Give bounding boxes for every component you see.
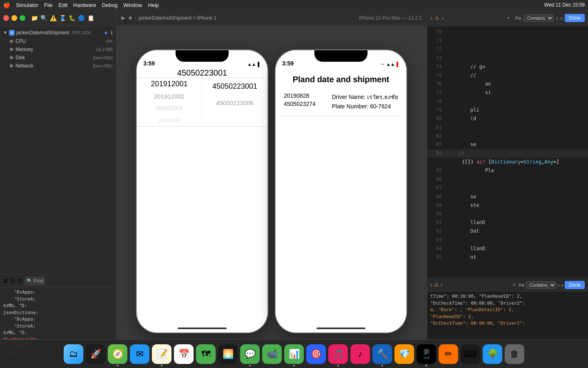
nav-icon-debug[interactable]: 🐛	[69, 15, 76, 21]
status-time-2: 3:59	[282, 60, 294, 67]
debug-toggle[interactable]: ●	[104, 29, 107, 36]
picker-wheel[interactable]: 201912001 201912002 201912003 201912004 …	[137, 78, 267, 127]
nav-icon-warn[interactable]: ⚠️	[50, 15, 57, 21]
console-line: ธงชัย, "D:	[3, 330, 113, 337]
right-toolbar: ‹ ⚠ › ＋ Aa Contains ‹ › Done	[427, 10, 588, 26]
dock-sourcetree[interactable]: 🌳	[483, 344, 502, 364]
dock-mail[interactable]: ✉	[130, 344, 149, 364]
debug-cpu[interactable]: CPU 0%	[0, 37, 116, 45]
apple-menu[interactable]: 🍎	[3, 2, 10, 8]
dock-sketch[interactable]: 💎	[394, 344, 414, 364]
right-chevron-left-icon[interactable]: ‹	[430, 282, 432, 288]
chevron-next-icon[interactable]: ›	[561, 15, 563, 21]
status-time-1: 3:59	[143, 60, 155, 67]
code-line: 86	[427, 175, 588, 184]
picker-column-2[interactable]: 45050223001 45050223006	[202, 78, 267, 126]
debug-network[interactable]: Network Zero KB/s	[0, 62, 116, 70]
plus-icon[interactable]: ＋	[506, 14, 511, 21]
right-contains-select[interactable]: Contains	[526, 281, 556, 289]
right-nav-next-icon[interactable]: ›	[561, 282, 564, 288]
menu-hardware[interactable]: Hardware	[73, 2, 96, 8]
dock-safari[interactable]: 🧭	[108, 344, 127, 364]
debug-disk[interactable]: Disk Zero KB/s	[0, 54, 116, 62]
dock-calendar[interactable]: 📅	[174, 344, 194, 364]
right-plus-icon[interactable]: ＋	[512, 281, 517, 288]
home-indicator-1[interactable]	[178, 328, 227, 329]
maximize-button[interactable]	[20, 15, 25, 21]
stop-button[interactable]: ■	[129, 15, 132, 21]
menu-simulator[interactable]: Simulator	[16, 2, 38, 8]
right-font-icon[interactable]: Aa	[518, 282, 524, 288]
picker-item-ship-1[interactable]: 45050223006	[202, 94, 267, 111]
dock-keynote[interactable]: 🎯	[306, 344, 326, 364]
nav-icon-folder[interactable]: 📁	[31, 15, 38, 21]
driver-name: เรวัตร,ธงชัย	[367, 94, 398, 100]
right-chevron-right-icon[interactable]: ›	[441, 282, 443, 288]
battery-icon-1: ▌	[258, 62, 261, 67]
chevron-right-icon[interactable]: ›	[442, 15, 444, 21]
close-button[interactable]	[3, 15, 9, 21]
chevron-left-icon[interactable]: ‹	[430, 15, 432, 21]
right-done-button[interactable]: Done	[565, 281, 585, 289]
dock-maps[interactable]: 🗺	[196, 344, 216, 364]
picker-item-date-selected[interactable]: 201912001	[137, 78, 202, 90]
code-line: 93	[427, 236, 588, 245]
dock-numbers[interactable]: 📊	[284, 344, 304, 364]
dock-music[interactable]: 🎵	[328, 344, 348, 364]
menu-edit[interactable]: Edit	[58, 2, 67, 8]
minimize-button[interactable]	[11, 15, 17, 21]
dock-simulator[interactable]: 📱	[416, 344, 436, 364]
simulator-1[interactable]: 3:59 ▲▲ ▌ 45050223001	[137, 50, 267, 332]
simulator-2[interactable]: 3:59 ··· ▲▲ ▌ Pland date and shipment	[276, 50, 406, 332]
chevron-prev-icon[interactable]: ‹	[556, 15, 558, 21]
code-line: 80 (d	[427, 114, 588, 123]
home-indicator-2[interactable]	[316, 328, 365, 329]
picker-item-date-2[interactable]: 201912003	[137, 102, 202, 114]
dock-launchpad[interactable]: 🚀	[86, 344, 105, 364]
picker-item-ship-selected[interactable]: 45050223001	[202, 78, 267, 94]
wifi-icon-1: ▲▲	[247, 62, 256, 67]
nav-icon-breakpoint[interactable]: 🔵	[78, 15, 85, 21]
dock-photos[interactable]: 🌅	[218, 344, 238, 364]
cpu-icon	[10, 40, 13, 43]
picker-item-date-3[interactable]: 201912004	[137, 114, 202, 127]
menu-file[interactable]: File	[44, 2, 53, 8]
menubar: 🍎 Simulator File Edit Hardware Debug Win…	[0, 0, 588, 10]
run-button[interactable]: ▶	[121, 15, 125, 21]
picker-item-date-1[interactable]: 201912002	[137, 90, 202, 103]
contains-select[interactable]: Contains	[523, 14, 554, 22]
dock-itunes[interactable]: ♪	[350, 344, 370, 364]
left-console-toolbar: ⊞ ☰ ⊟ 🔍 Find	[0, 274, 116, 287]
grid-icon[interactable]: ⊞	[3, 278, 8, 284]
nav-icon-report[interactable]: 📋	[87, 15, 94, 21]
console-line: "StoreA:	[3, 323, 113, 330]
console-line: "DcAppo:	[3, 289, 113, 296]
sort-icon[interactable]: ⊟	[18, 278, 22, 284]
dock-xcode[interactable]: 🔨	[372, 344, 392, 364]
menu-debug[interactable]: Debug	[102, 2, 118, 8]
menu-help[interactable]: Help	[148, 2, 159, 8]
dock-notes[interactable]: 📝	[152, 344, 172, 364]
nav-icon-thread[interactable]: 🧵	[59, 15, 66, 21]
dock-sublime[interactable]: ✏	[439, 344, 458, 364]
dock-facetime[interactable]: 📹	[262, 344, 282, 364]
toolbar-divider	[135, 14, 136, 22]
list-icon[interactable]: ☰	[10, 278, 15, 284]
debug-info[interactable]: ℹ	[111, 29, 113, 36]
breadcrumb: pickerDateAndShipment > iPhone 1	[139, 15, 216, 21]
dock-terminal[interactable]: ⌨	[461, 344, 480, 364]
debug-memory[interactable]: Memory 16.2 MB	[0, 45, 116, 54]
menu-window[interactable]: Window	[123, 2, 142, 8]
dock-trash[interactable]: 🗑	[505, 344, 524, 364]
dock-finder[interactable]: 🗂	[64, 344, 83, 364]
picker-column-1[interactable]: 201912001 201912002 201912003 201912004	[137, 78, 202, 126]
nav-icon-search[interactable]: 🔍	[40, 15, 47, 21]
console-search[interactable]: 🔍 Find	[24, 276, 45, 285]
right-nav-prev-icon[interactable]: ‹	[558, 282, 560, 288]
font-icon[interactable]: Aa	[515, 15, 521, 21]
done-button[interactable]: Done	[565, 14, 585, 22]
dock-messages[interactable]: 💬	[240, 344, 260, 364]
detail-info: 20190828 4505023274 Driver Name: เรวัตร,…	[276, 89, 406, 113]
right-log-toolbar: ‹ ⚠ › ＋ Aa Contains ‹ › Done	[427, 278, 588, 292]
process-header[interactable]: ▼ A pickerDateAndShipment PID 2436 ● ℹ	[0, 28, 116, 37]
